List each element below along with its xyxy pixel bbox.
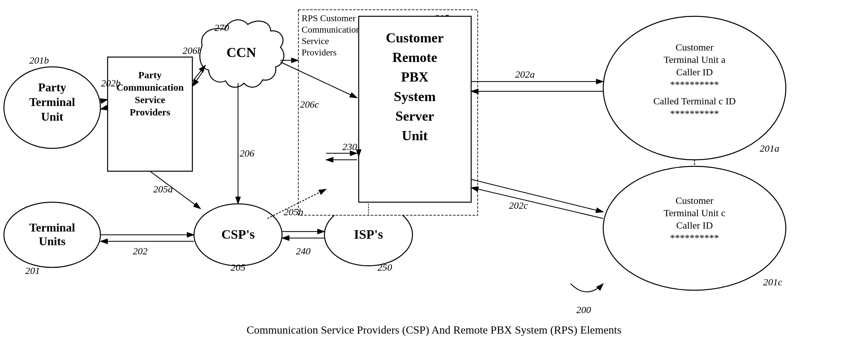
label-270: 270 xyxy=(215,22,229,33)
system-label: System xyxy=(394,89,436,104)
cta-label3: Caller ID xyxy=(676,66,713,77)
arrow-206b-right xyxy=(192,65,206,82)
customer-label: Customer xyxy=(386,30,443,45)
arrow-202c-left xyxy=(471,188,603,219)
label-205b: 205b xyxy=(284,207,303,217)
rps-label1: RPS Customer xyxy=(302,13,356,23)
label-240: 240 xyxy=(296,246,311,256)
label-230: 230 xyxy=(342,141,357,152)
diagram-svg: Party Terminal Unit 201b Terminal Units … xyxy=(0,0,868,346)
cta-label1: Customer xyxy=(676,42,714,53)
server-label: Server xyxy=(396,108,434,124)
diagram-container: Party Terminal Unit 201b Terminal Units … xyxy=(0,0,868,346)
label-206b: 206b xyxy=(183,45,202,56)
label-202b: 202b xyxy=(101,77,121,88)
label-201: 201 xyxy=(25,265,40,276)
ctc-label3: Caller ID xyxy=(676,220,713,230)
party-comm-label1: Party xyxy=(138,69,162,80)
party-terminal-unit-label3: Unit xyxy=(41,110,63,123)
arrow-202b-right xyxy=(100,99,107,101)
party-comm-label4: Providers xyxy=(130,107,170,117)
cta-label5: Called Terminal c ID xyxy=(653,96,736,106)
diagram-caption: Communication Service Providers (CSP) An… xyxy=(247,324,621,336)
ctc-label1: Customer xyxy=(676,195,714,206)
arrow-200 xyxy=(570,284,603,292)
label-206c: 206c xyxy=(300,99,319,109)
terminal-units-label: Terminal xyxy=(29,221,75,234)
rps-label4: Providers xyxy=(302,47,337,57)
label-206: 206 xyxy=(240,148,254,158)
label-202: 202 xyxy=(133,246,148,256)
ccn-label: CCN xyxy=(227,45,256,60)
arrow-206b-left xyxy=(192,70,204,87)
isps-label: ISP's xyxy=(354,227,383,242)
label-250: 250 xyxy=(378,262,392,273)
label-202a: 202a xyxy=(515,69,535,80)
label-205a: 205a xyxy=(153,184,173,194)
ctc-label4: ********** xyxy=(670,232,719,243)
cta-label4: ********** xyxy=(670,79,719,90)
pbx-label: PBX xyxy=(401,69,429,85)
party-terminal-unit-label: Party xyxy=(38,81,66,94)
cta-label6: ********** xyxy=(670,108,719,119)
remote-label: Remote xyxy=(392,50,437,65)
arrow-202c-right xyxy=(471,179,603,212)
terminal-units-label2: Units xyxy=(39,235,66,248)
csps-label: CSP's xyxy=(221,227,255,242)
label-201c: 201c xyxy=(763,277,782,287)
label-201b: 201b xyxy=(29,55,49,66)
unit-label: Unit xyxy=(402,128,428,143)
cta-label2: Terminal Unit a xyxy=(663,54,725,65)
rps-label3: Service xyxy=(302,36,329,46)
label-201a: 201a xyxy=(760,143,779,154)
label-200: 200 xyxy=(577,304,591,315)
arrow-202b-left xyxy=(100,107,107,109)
ctc-label2: Terminal Unit c xyxy=(663,208,725,218)
rps-label2: Communication xyxy=(302,25,360,35)
party-comm-label2: Communication xyxy=(116,82,184,93)
label-202c: 202c xyxy=(509,200,528,211)
party-terminal-unit-label2: Terminal xyxy=(29,96,75,108)
party-comm-label3: Service xyxy=(135,94,165,105)
label-205: 205 xyxy=(231,262,246,273)
